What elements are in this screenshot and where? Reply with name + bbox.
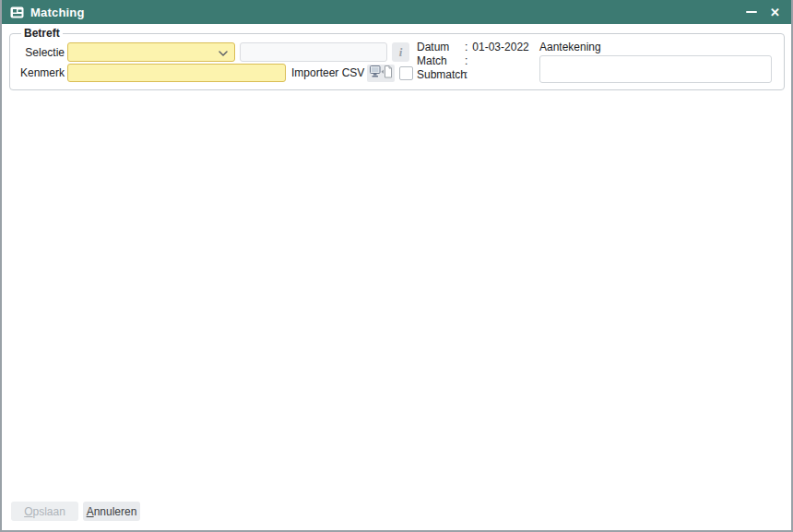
- match-separator: :: [465, 54, 468, 68]
- info-icon: i: [399, 45, 403, 59]
- match-row: Match :: [417, 54, 539, 68]
- datum-label: Datum: [417, 41, 465, 54]
- close-icon: ✕: [770, 6, 780, 18]
- datum-value: 01-03-2022: [472, 41, 528, 54]
- import-csv-label: Importeer CSV: [291, 66, 364, 79]
- aantekening-section: Aantekening: [539, 41, 776, 83]
- betreft-right-column: Datum : 01-03-2022 Match : Submatch :: [417, 40, 776, 83]
- import-csv-checkbox[interactable]: [399, 66, 413, 80]
- window-title: Matching: [30, 6, 85, 19]
- import-csv-button[interactable]: [367, 65, 395, 82]
- submatch-separator: :: [465, 68, 468, 82]
- datum-row: Datum : 01-03-2022: [417, 41, 539, 54]
- info-button: i: [392, 42, 409, 62]
- match-label: Match: [417, 54, 465, 68]
- contact-card-icon: [10, 6, 24, 18]
- titlebar: Matching ✕: [2, 0, 791, 24]
- selectie-dropdown[interactable]: [67, 42, 235, 62]
- matching-dialog-window: Matching ✕ Betreft Selectie: [0, 0, 793, 532]
- kenmerk-input[interactable]: [67, 64, 286, 82]
- aantekening-textarea[interactable]: [539, 55, 772, 83]
- meta-column: Datum : 01-03-2022 Match : Submatch :: [417, 41, 539, 83]
- chevron-down-icon: [219, 46, 228, 59]
- betreft-fieldset: Betreft Selectie: [9, 27, 785, 90]
- betreft-legend: Betreft: [21, 27, 63, 40]
- footer-buttons: Opslaan Annuleren: [11, 502, 140, 521]
- save-button-label: Opslaan: [24, 505, 65, 518]
- selectie-label: Selectie: [18, 46, 65, 59]
- submatch-label: Submatch: [417, 68, 465, 82]
- submatch-row: Submatch :: [417, 68, 539, 82]
- import-csv-icon: [370, 65, 393, 81]
- selectie-description-field: [240, 42, 387, 62]
- window-controls: ✕: [746, 6, 780, 18]
- close-button[interactable]: ✕: [770, 6, 780, 18]
- minimize-button[interactable]: [746, 11, 757, 13]
- datum-separator: :: [465, 41, 468, 54]
- cancel-button[interactable]: Annuleren: [83, 502, 140, 521]
- betreft-left-column: Selectie i: [18, 40, 417, 84]
- kenmerk-row: Kenmerk Importeer CSV: [18, 64, 417, 82]
- minimize-icon: [746, 11, 757, 13]
- save-button: Opslaan: [11, 502, 78, 521]
- kenmerk-label: Kenmerk: [18, 66, 65, 79]
- cancel-button-label: Annuleren: [87, 505, 137, 518]
- selectie-row: Selectie i: [18, 42, 417, 62]
- aantekening-label: Aantekening: [539, 41, 776, 53]
